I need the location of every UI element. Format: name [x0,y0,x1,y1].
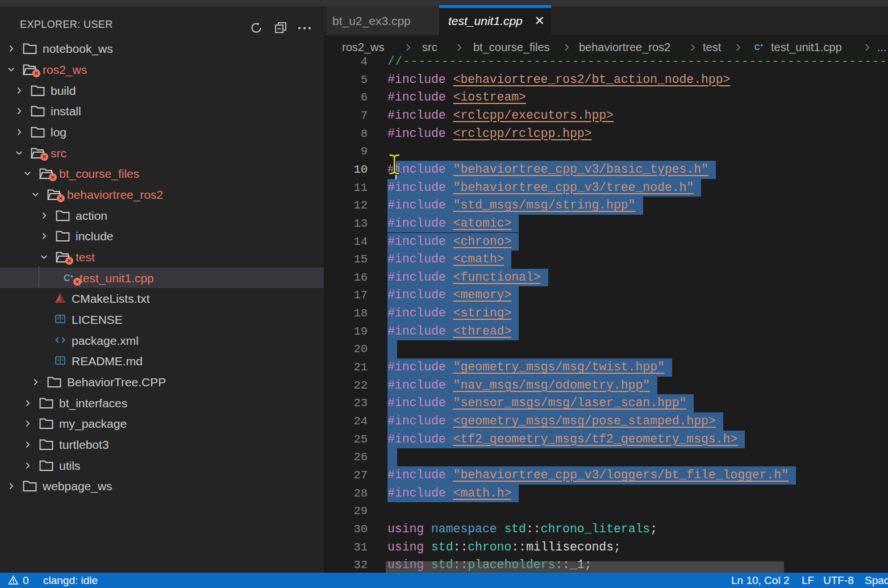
svg-text:C: C [754,43,760,52]
svg-text:C: C [64,273,70,283]
